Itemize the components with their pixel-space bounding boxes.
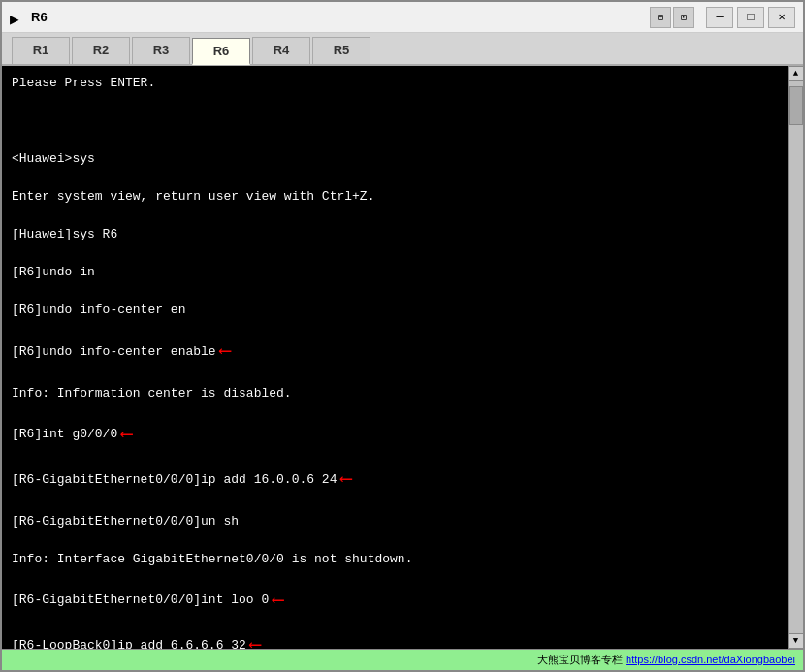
status-url-link[interactable]: https://blog.csdn.net/daXiongbaobei [626,654,795,665]
tab-r6[interactable]: R6 [192,38,250,65]
extra-ctrl-2[interactable]: ⊡ [673,7,694,28]
line-8: [R6]undo info-center enable⟵ [12,338,782,365]
main-window: ▶ R6 ⊞ ⊡ — □ ✕ R1 R2 R3 R6 R4 R5 Please … [0,0,805,672]
scrollbar: ▲ ▼ [788,66,803,649]
line-14: [R6-GigabitEthernet0/0/0]int loo 0⟵ [12,588,782,614]
maximize-button[interactable]: □ [737,7,764,28]
terminal-content[interactable]: Please Press ENTER. <Huawei>sys Enter sy… [2,66,788,649]
tab-r4[interactable]: R4 [252,37,310,64]
tab-r3[interactable]: R3 [132,37,190,64]
terminal-output: Please Press ENTER. <Huawei>sys Enter sy… [12,74,782,649]
line-4: Enter system view, return user view with… [12,187,782,207]
line-3: <Huawei>sys [12,149,782,169]
status-url: 大熊宝贝博客专栏 https://blog.csdn.net/daXiongba… [537,653,795,667]
tab-r2[interactable]: R2 [72,37,130,64]
scroll-down-button[interactable]: ▼ [789,633,804,649]
scrollbar-thumb[interactable] [789,86,803,125]
line-10: [R6]int g0/0/0⟵ [12,422,782,448]
line-7: [R6]undo info-center en [12,301,782,320]
close-button[interactable]: ✕ [768,7,795,28]
app-icon: ▶ [10,10,25,25]
title-left: ▶ R6 [10,10,48,25]
tab-r5[interactable]: R5 [312,37,370,64]
line-2 [12,112,782,131]
window-title: R6 [31,10,48,24]
scroll-up-button[interactable]: ▲ [789,66,804,81]
line-12: [R6-GigabitEthernet0/0/0]un sh [12,512,782,531]
terminal-container: Please Press ENTER. <Huawei>sys Enter sy… [2,66,803,649]
line-15: [R6-LoopBack0]ip add 6.6.6.6 32⟵ [12,632,782,649]
line-11: [R6-GigabitEthernet0/0/0]ip add 16.0.0.6… [12,466,782,493]
scrollbar-track[interactable] [789,81,803,633]
title-bar: ▶ R6 ⊞ ⊡ — □ ✕ [2,2,803,33]
extra-ctrl-1[interactable]: ⊞ [650,7,671,28]
tab-r1[interactable]: R1 [12,37,70,64]
line-13: Info: Interface GigabitEthernet0/0/0 is … [12,550,782,569]
line-6: [R6]undo in [12,263,782,282]
line-9: Info: Information center is disabled. [12,384,782,403]
minimize-button[interactable]: — [706,7,733,28]
window-controls: ⊞ ⊡ — □ ✕ [650,7,795,28]
line-5: [Huawei]sys R6 [12,225,782,244]
status-bar: 大熊宝贝博客专栏 https://blog.csdn.net/daXiongba… [2,649,803,670]
line-1: Please Press ENTER. [12,74,782,93]
tabs-bar: R1 R2 R3 R6 R4 R5 [2,33,803,66]
